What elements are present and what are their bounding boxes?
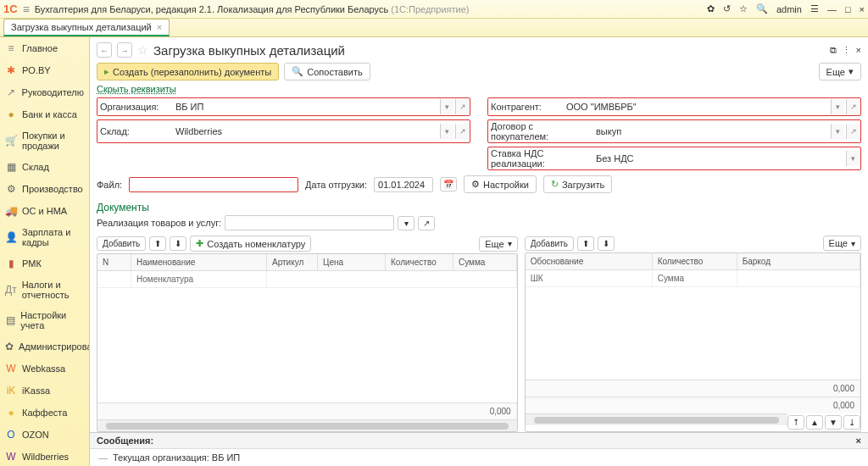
sidebar-item[interactable]: ▮РМК [0,252,89,275]
open-icon[interactable]: ↗ [418,216,435,230]
nav-fwd-button[interactable]: → [117,42,132,58]
close-icon[interactable]: × [860,4,865,14]
compare-button[interactable]: 🔍Сопоставить [284,63,370,80]
history-icon[interactable]: ↺ [723,3,731,14]
sidebar-item[interactable]: ↗Руководителю [0,81,89,103]
docs-section-title: Документы [90,198,868,215]
search-global-icon[interactable]: ✿ [707,3,715,14]
sidebar-item[interactable]: 🛒Покупки и продажи [0,125,89,156]
more-button[interactable]: Еще ▾ [479,236,517,252]
right-grid[interactable]: Обоснование Количество Баркод ШК Сумма 0… [525,252,861,432]
user-label: admin [776,4,802,14]
doc-type-combo[interactable] [225,215,394,230]
menu-icon[interactable]: ≡ [23,3,30,16]
star-icon[interactable]: ☆ [137,43,148,57]
sidebar-item[interactable]: WWebkassa [0,358,89,380]
date-label: Дата отгрузки: [305,180,367,190]
create-docs-button[interactable]: ▸Создать (перезаполнить) документы [97,63,279,80]
open-icon[interactable]: ↗ [846,124,860,139]
scrollbar[interactable] [97,419,517,431]
tabs-bar: Загрузка выкупных детализаций× [0,19,868,37]
tab-active[interactable]: Загрузка выкупных детализаций× [3,19,170,36]
add-button[interactable]: Добавить [97,236,146,251]
doc-type-label: Реализация товаров и услуг: [97,218,221,228]
messages-panel: Сообщения: × Текущая организация: ВБ ИП [90,432,868,466]
content-area: ← → ☆ Загрузка выкупных детализаций ⧉ ⋮ … [90,37,868,466]
more-button[interactable]: Еще ▾ [819,63,861,80]
sidebar-item[interactable]: ▦Склад [0,156,89,178]
file-row: Файл: Дата отгрузки: 📅 ⚙ Настройки ↻ Заг… [90,170,868,198]
date-input[interactable] [374,177,433,192]
sidebar-item[interactable]: 👤Зарплата и кадры [0,222,89,252]
load-button[interactable]: ↻ Загрузить [543,175,612,193]
move-down-icon[interactable]: ⬇ [170,236,186,251]
sidebar-item[interactable]: iKiKassa [0,380,89,402]
search-icon[interactable]: 🔍 [756,3,768,14]
nav-back-button[interactable]: ← [97,42,112,58]
move-up-icon[interactable]: ⬆ [577,236,594,251]
sidebar-item[interactable]: ●Каффеста [0,402,89,424]
nav-up-icon[interactable]: ▲ [806,415,823,430]
file-label: Файл: [97,180,122,190]
favorite-icon[interactable]: ☆ [739,3,748,14]
sidebar-item[interactable]: ▤Настройки учета [0,305,89,336]
open-icon[interactable]: ↗ [455,124,469,139]
dropdown-icon[interactable]: ▾ [831,99,844,114]
popout-icon[interactable]: ⧉ [830,45,837,56]
hide-props-link[interactable]: Скрыть реквизиты [90,84,868,97]
more-icon[interactable]: ⋮ [842,45,851,56]
nav-down-icon[interactable]: ▼ [825,415,842,430]
add-button[interactable]: Добавить [525,236,574,251]
sidebar-item[interactable]: ✱PO.BY [0,59,89,81]
dropdown-icon[interactable]: ▾ [440,124,453,139]
messages-close-icon[interactable]: × [856,435,861,446]
messages-title: Сообщения: [97,435,153,446]
contract-field: Договор с покупателем: ▾ ↗ [487,119,861,143]
dropdown-icon[interactable]: ▾ [398,216,415,230]
contractor-input[interactable] [563,99,829,114]
sidebar: ≡Главное✱PO.BY↗Руководителю●Банк и касса… [0,37,90,466]
nav-first-icon[interactable]: ⤒ [787,415,804,430]
doc-type-row: Реализация товаров и услуг: ▾ ↗ [90,215,868,234]
sidebar-item[interactable]: OOZON [0,424,89,446]
sidebar-item[interactable]: 🚚ОС и НМА [0,200,89,222]
sidebar-item[interactable]: ●Банк и касса [0,103,89,125]
calendar-icon[interactable]: 📅 [440,177,457,191]
form-fields: Организация: ▾ ↗ Контрагент: ▾ ↗ Склад: … [90,97,868,170]
settings-button[interactable]: ⚙ Настройки [464,175,537,193]
app-title: Бухгалтерия для Беларуси, редакция 2.1. … [35,4,702,14]
close-page-icon[interactable]: × [856,45,861,56]
sidebar-item[interactable]: ⚙Производство [0,178,89,200]
org-input[interactable] [172,99,438,114]
vat-input[interactable] [593,151,844,166]
dropdown-icon[interactable]: ▾ [831,124,844,139]
nav-last-icon[interactable]: ⤓ [843,415,860,430]
left-grid[interactable]: N Наименование Артикул Цена Количество С… [97,253,518,432]
sidebar-item[interactable]: ≡Главное [0,37,89,59]
file-input[interactable] [129,177,298,192]
move-up-icon[interactable]: ⬆ [149,236,166,251]
more-button[interactable]: Еще ▾ [823,236,861,251]
move-down-icon[interactable]: ⬇ [598,236,615,251]
open-icon[interactable]: ↗ [455,99,469,114]
sidebar-item[interactable]: ДтНалоги и отчетность [0,275,89,305]
org-field: Организация: ▾ ↗ [97,97,470,116]
dropdown-icon[interactable]: ▾ [846,151,860,166]
title-bar: 1C ≡ Бухгалтерия для Беларуси, редакция … [0,0,868,19]
message-row: Текущая организация: ВБ ИП [90,449,868,466]
scrollbar[interactable] [526,413,787,425]
minimize-icon[interactable]: — [827,4,837,14]
create-nomenclature-button[interactable]: ✚ Создать номенклатуру [190,236,311,252]
tab-close-icon[interactable]: × [157,22,162,32]
maximize-icon[interactable]: □ [845,4,851,14]
warehouse-input[interactable] [172,124,438,139]
sidebar-item[interactable]: ✿Администрирование [0,336,89,358]
contract-input[interactable] [593,124,829,139]
open-icon[interactable]: ↗ [846,99,860,114]
menu-dots-icon[interactable]: ☰ [810,3,819,14]
dropdown-icon[interactable]: ▾ [440,99,453,114]
window-controls: ✿ ↺ ☆ 🔍 admin ☰ — □ × [707,3,865,14]
page-title: Загрузка выкупных детализаций [153,43,345,58]
page-toolbar: ▸Создать (перезаполнить) документы 🔍Сопо… [90,63,868,84]
sidebar-item[interactable]: WWildberries [0,446,89,466]
